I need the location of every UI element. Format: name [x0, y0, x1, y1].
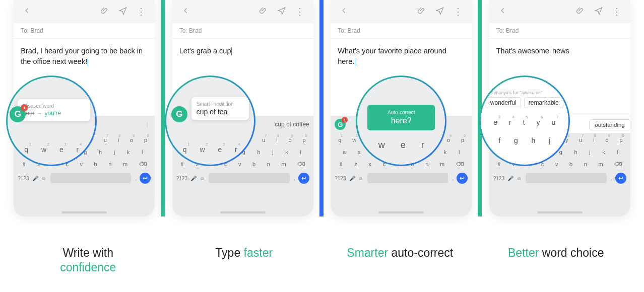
- message-body[interactable]: Let's grab a cup: [172, 39, 313, 63]
- more-icon[interactable]: ⋮: [135, 4, 148, 19]
- mic-icon[interactable]: 🎤: [349, 176, 355, 181]
- key-j[interactable]: j: [113, 148, 115, 156]
- message-body[interactable]: Brad, I heard your going to be back in t…: [14, 39, 155, 74]
- delete-key[interactable]: ⌫: [297, 160, 306, 169]
- key-v[interactable]: v: [238, 160, 242, 169]
- emoji-icon[interactable]: ☺: [41, 176, 46, 181]
- key-l[interactable]: l: [299, 148, 301, 156]
- mic-icon[interactable]: 🎤: [190, 176, 197, 181]
- enter-key[interactable]: ↩: [615, 173, 626, 184]
- emoji-icon[interactable]: ☺: [358, 176, 363, 181]
- key-h[interactable]: h: [574, 148, 578, 156]
- autocorrect-card[interactable]: Auto-correct here?: [367, 105, 435, 130]
- enter-key[interactable]: ↩: [140, 173, 151, 184]
- back-icon[interactable]: [21, 4, 34, 20]
- delete-key[interactable]: ⌫: [456, 160, 465, 169]
- key-n[interactable]: n: [425, 160, 429, 169]
- send-icon[interactable]: [592, 4, 605, 20]
- spacebar[interactable]: [50, 173, 132, 183]
- period-key[interactable]: .: [452, 176, 454, 181]
- shift-key[interactable]: ⇧: [21, 160, 27, 169]
- key-o[interactable]: o9: [446, 136, 450, 144]
- alt-key[interactable]: ?123: [335, 176, 346, 181]
- emoji-icon[interactable]: ☺: [517, 176, 522, 181]
- to-field[interactable]: To: Brad: [489, 23, 630, 39]
- more-icon[interactable]: ⋮: [452, 4, 465, 19]
- key-m[interactable]: m: [281, 160, 287, 169]
- misused-word-card[interactable]: Misused word your → you're: [18, 99, 90, 121]
- grammarly-logo-icon[interactable]: G: [171, 106, 187, 122]
- key-s[interactable]: s: [357, 148, 361, 156]
- to-field[interactable]: To: Brad: [172, 23, 313, 39]
- more-icon[interactable]: ⋮: [610, 4, 623, 19]
- key-n[interactable]: n: [267, 160, 271, 169]
- key-p[interactable]: p0: [619, 136, 623, 144]
- mic-icon[interactable]: 🎤: [507, 176, 513, 181]
- key-i[interactable]: i8: [276, 136, 278, 144]
- key-o[interactable]: o9: [288, 136, 292, 144]
- alt-key[interactable]: ?123: [176, 176, 187, 181]
- spacebar[interactable]: [367, 173, 448, 183]
- shift-key[interactable]: ⇧: [496, 160, 502, 169]
- key-h[interactable]: h: [257, 148, 261, 156]
- back-icon[interactable]: [496, 4, 509, 20]
- key-l[interactable]: l: [616, 148, 618, 156]
- message-body[interactable]: What's your favorite place around here.: [331, 39, 472, 74]
- smart-prediction-card[interactable]: Smart Prediction cup of tea: [191, 97, 249, 120]
- back-icon[interactable]: [338, 4, 351, 20]
- key-k[interactable]: k: [443, 148, 447, 156]
- attach-icon[interactable]: [257, 4, 270, 20]
- key-x[interactable]: x: [368, 160, 372, 169]
- send-icon[interactable]: [433, 4, 446, 20]
- delete-key[interactable]: ⌫: [614, 160, 623, 169]
- key-a[interactable]: a: [342, 148, 346, 156]
- grammarly-logo-icon[interactable]: G 1: [335, 119, 346, 130]
- back-icon[interactable]: [179, 4, 192, 20]
- key-i[interactable]: i8: [593, 136, 595, 144]
- attach-icon[interactable]: [574, 4, 587, 20]
- key-z[interactable]: z: [354, 160, 358, 169]
- send-icon[interactable]: [116, 4, 130, 20]
- key-u[interactable]: u7: [103, 136, 107, 144]
- alt-key[interactable]: ?123: [493, 176, 504, 181]
- key-p[interactable]: p0: [302, 136, 306, 144]
- attach-icon[interactable]: [415, 4, 428, 20]
- synonym-chip[interactable]: remarkable: [524, 97, 563, 108]
- emoji-icon[interactable]: ☺: [200, 176, 205, 181]
- key-w[interactable]: w2: [352, 136, 357, 144]
- key-p[interactable]: p0: [461, 136, 465, 144]
- grammarly-logo-icon[interactable]: G 1: [10, 106, 26, 122]
- suggestion-right[interactable]: cup of coffee: [275, 121, 309, 128]
- key-o[interactable]: o9: [605, 136, 609, 144]
- shift-key[interactable]: ⇧: [179, 160, 185, 169]
- key-k[interactable]: k: [602, 148, 606, 156]
- spacebar[interactable]: [209, 173, 290, 183]
- key-j[interactable]: j: [272, 148, 274, 156]
- to-field[interactable]: To: Brad: [331, 23, 472, 39]
- spacebar[interactable]: [526, 173, 607, 183]
- mic-icon[interactable]: 🎤: [32, 176, 38, 181]
- attach-icon[interactable]: [98, 4, 111, 20]
- key-v[interactable]: v: [79, 160, 83, 169]
- key-v[interactable]: v: [555, 160, 559, 169]
- key-p[interactable]: p0: [144, 136, 148, 144]
- key-m[interactable]: m: [439, 160, 445, 169]
- key-l[interactable]: l: [458, 148, 460, 156]
- enter-key[interactable]: ↩: [457, 173, 468, 184]
- more-icon[interactable]: ⋮: [293, 4, 306, 19]
- shift-key[interactable]: ⇧: [338, 160, 344, 169]
- key-q[interactable]: q1: [338, 136, 342, 144]
- enter-key[interactable]: ↩: [298, 173, 309, 184]
- key-n[interactable]: n: [108, 160, 112, 169]
- delete-key[interactable]: ⌫: [139, 160, 148, 169]
- key-m[interactable]: m: [122, 160, 128, 169]
- to-field[interactable]: To: Brad: [14, 23, 155, 39]
- alt-key[interactable]: ?123: [18, 176, 29, 181]
- key-o[interactable]: o9: [130, 136, 134, 144]
- period-key[interactable]: .: [135, 176, 137, 181]
- key-i[interactable]: i8: [117, 136, 119, 144]
- period-key[interactable]: .: [294, 176, 295, 181]
- message-body[interactable]: That's awesome news: [489, 39, 630, 63]
- key-u[interactable]: u7: [262, 136, 266, 144]
- synonym-chip[interactable]: wonderful: [486, 97, 521, 108]
